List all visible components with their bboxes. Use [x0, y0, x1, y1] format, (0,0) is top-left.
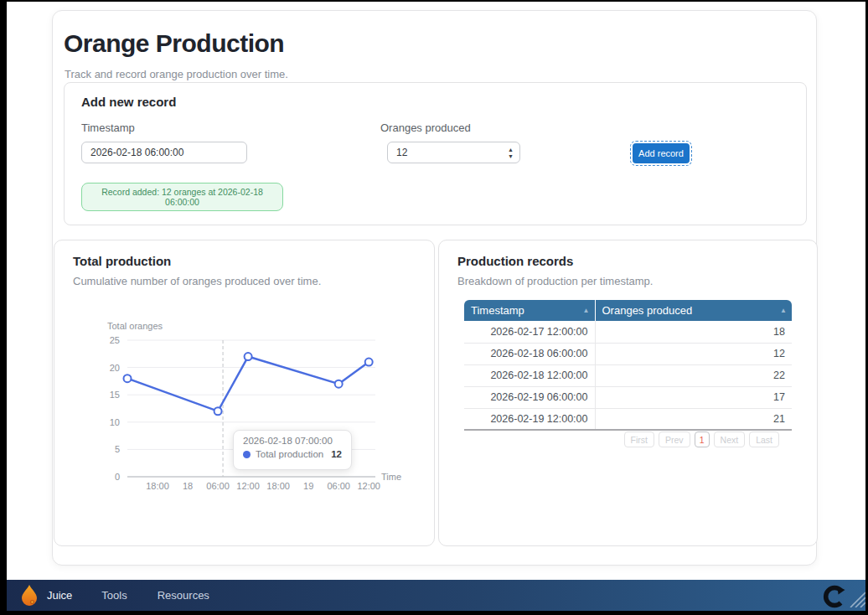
svg-text:06:00: 06:00: [327, 481, 350, 491]
add-record-heading: Add new record: [81, 95, 176, 109]
add-record-card: Add new record Timestamp Oranges produce…: [64, 82, 807, 225]
chart-card-heading: Total production: [73, 254, 171, 268]
svg-text:06:00: 06:00: [206, 481, 230, 491]
svg-text:18:00: 18:00: [146, 481, 169, 491]
table-row: 2026-02-19 12:00:0021: [464, 408, 792, 430]
table-row: 2026-02-18 06:00:0012: [464, 343, 792, 364]
oranges-input[interactable]: 12 ▲ ▼: [387, 142, 520, 163]
spinner-down-icon[interactable]: ▼: [508, 153, 514, 159]
oranges-label: Oranges produced: [380, 121, 471, 134]
records-card-heading: Production records: [457, 254, 573, 268]
svg-text:0: 0: [115, 472, 120, 482]
svg-text:25: 25: [110, 335, 120, 345]
cell-oranges: 21: [595, 408, 792, 430]
page-title: Orange Production: [64, 29, 284, 58]
svg-text:18:00: 18:00: [266, 481, 290, 491]
data-point-marker[interactable]: [124, 375, 132, 382]
sort-asc-icon[interactable]: ▲: [780, 307, 787, 314]
cell-oranges: 12: [595, 343, 792, 364]
column-header-oranges[interactable]: Oranges produced ▲: [595, 300, 792, 321]
bottom-navbar: Juice Tools Resources: [7, 580, 865, 611]
cell-timestamp: 2026-02-18 12:00:00: [464, 364, 595, 386]
table-row: 2026-02-18 12:00:0022: [464, 364, 792, 386]
data-point-marker[interactable]: [214, 407, 222, 415]
records-card-subtitle: Breakdown of production per timestamp.: [457, 275, 653, 287]
pagination-prev-button[interactable]: Prev: [659, 432, 690, 447]
resize-grip-icon: [844, 586, 865, 611]
pagination-1-button[interactable]: 1: [695, 432, 710, 447]
pagination-first-button[interactable]: First: [624, 432, 654, 447]
data-point-marker[interactable]: [335, 380, 343, 388]
svg-text:12:00: 12:00: [236, 481, 260, 491]
success-alert: Record added: 12 oranges at 2026-02-18 0…: [81, 183, 283, 211]
cell-timestamp: 2026-02-18 06:00:00: [464, 343, 595, 364]
svg-text:5: 5: [115, 444, 120, 454]
pagination-next-button[interactable]: Next: [714, 432, 746, 447]
production-records-card: Production records Breakdown of producti…: [438, 240, 818, 546]
table-pagination: FirstPrev1NextLast: [624, 432, 779, 447]
svg-text:10: 10: [110, 417, 120, 427]
svg-text:12:00: 12:00: [357, 481, 380, 491]
nav-link-juice[interactable]: Juice: [47, 589, 72, 602]
nav-link-tools[interactable]: Tools: [101, 589, 127, 602]
tooltip-timestamp: 2026-02-18 07:00:00: [243, 436, 342, 446]
data-point-marker[interactable]: [365, 359, 373, 366]
main-card: Orange Production Track and record orang…: [52, 10, 817, 566]
svg-text:19: 19: [303, 481, 313, 491]
tooltip-series-label: Total production: [256, 449, 323, 459]
column-header-timestamp[interactable]: Timestamp ▲: [464, 300, 595, 321]
table-row: 2026-02-19 06:00:0017: [464, 386, 792, 408]
cell-timestamp: 2026-02-17 12:00:00: [464, 321, 595, 343]
chart-canvas: Total oranges051015202518:001806:0012:00…: [80, 321, 415, 507]
cell-oranges: 18: [595, 321, 792, 343]
chart-tooltip: 2026-02-18 07:00:00 Total production 12: [233, 430, 352, 470]
oranges-input-value: 12: [388, 147, 508, 158]
page-subtitle: Track and record orange production over …: [65, 68, 288, 80]
table-row: 2026-02-17 12:00:0018: [464, 321, 792, 343]
svg-text:Total oranges: Total oranges: [107, 321, 163, 331]
svg-text:20: 20: [110, 363, 120, 373]
timestamp-label: Timestamp: [81, 121, 135, 134]
spinner-up-icon[interactable]: ▲: [508, 147, 514, 152]
total-production-card: Total production Cumulative number of or…: [54, 240, 435, 546]
cell-oranges: 22: [595, 364, 792, 386]
data-point-marker[interactable]: [245, 353, 252, 360]
number-spinner[interactable]: ▲ ▼: [508, 147, 519, 159]
cell-timestamp: 2026-02-19 12:00:00: [464, 408, 595, 430]
chart-card-subtitle: Cumulative number of oranges produced ov…: [73, 275, 321, 287]
juice-flame-icon: [21, 584, 39, 607]
svg-text:15: 15: [110, 390, 120, 400]
success-alert-text: Record added: 12 oranges at 2026-02-18 0…: [89, 187, 276, 207]
sort-asc-icon[interactable]: ▲: [583, 307, 590, 314]
cell-timestamp: 2026-02-19 06:00:00: [464, 386, 595, 408]
series-dot-icon: [243, 451, 251, 458]
add-record-button[interactable]: Add record: [633, 143, 690, 163]
production-line-chart[interactable]: Total oranges051015202518:001806:0012:00…: [80, 321, 415, 507]
records-table: Timestamp ▲ Oranges produced ▲ 2026-02-1: [464, 300, 792, 431]
pagination-last-button[interactable]: Last: [749, 432, 779, 447]
cell-oranges: 17: [595, 386, 792, 408]
timestamp-input[interactable]: [81, 142, 247, 163]
tooltip-value: 12: [331, 449, 342, 459]
svg-text:18: 18: [183, 481, 193, 491]
app-window: Orange Production Track and record orang…: [7, 2, 865, 611]
nav-link-resources[interactable]: Resources: [158, 589, 209, 602]
svg-text:Time: Time: [381, 472, 401, 482]
